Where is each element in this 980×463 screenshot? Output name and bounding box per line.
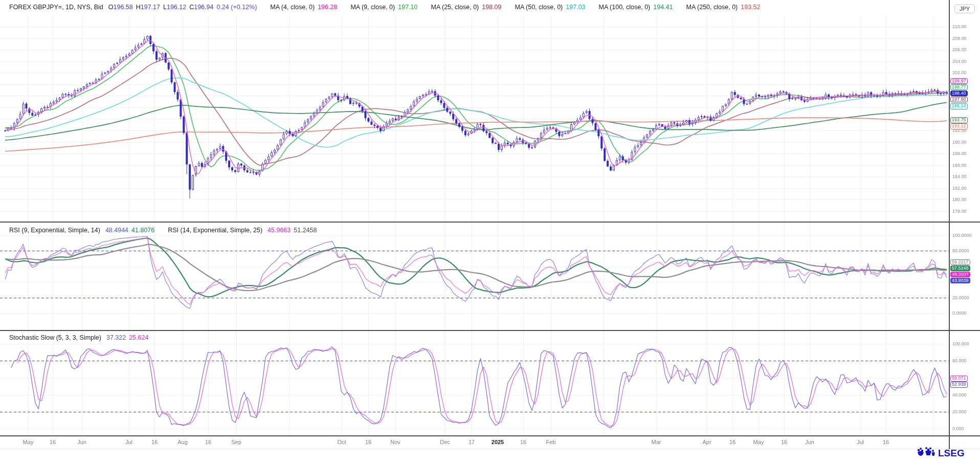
price-tick-label: 208.00 xyxy=(952,36,967,41)
bottom-border xyxy=(0,449,980,449)
rsi-tick-label: 80.0000 xyxy=(952,248,969,253)
time-axis-label: Jul xyxy=(125,439,132,445)
stoch-tick-label: 40.000 xyxy=(952,392,967,398)
stoch-k-value: 37.322 xyxy=(106,334,126,341)
stoch-tick-label: 0.000 xyxy=(952,426,964,431)
lseg-logo: LSEG xyxy=(916,446,976,461)
time-axis-label: 16 xyxy=(365,439,371,445)
ma4-legend: MA (4, close, 0)196.28 xyxy=(270,4,337,11)
pane-divider-rsi-stoch[interactable] xyxy=(0,330,980,331)
high-readout: H197.17 xyxy=(136,4,160,11)
rsi1-signal-value: 41.8076 xyxy=(131,227,154,234)
time-axis-label: Oct xyxy=(337,439,346,445)
rsi-tick-label: 100.0000 xyxy=(952,233,972,238)
rsi2-value: 45.9663 xyxy=(268,227,291,234)
stoch-tick-label: 80.000 xyxy=(952,358,967,363)
price-badge: 196.14 xyxy=(950,103,968,109)
pane-divider-price-rsi[interactable] xyxy=(0,222,980,223)
price-tick-label: 202.00 xyxy=(952,70,967,75)
price-badge: 197.90 xyxy=(950,97,968,103)
rsi-pane-legend: RSI (9, Exponential, Simple, 14) 48.4944… xyxy=(9,227,317,234)
rsi-tick-label: 0.0000 xyxy=(952,311,967,316)
price-tick-label: 206.00 xyxy=(952,47,967,52)
rsi1-label: RSI (9, Exponential, Simple, 14) xyxy=(9,227,100,234)
price-badge: 193.12 xyxy=(950,123,968,129)
ma100-legend: MA (100, close, 0)194.41 xyxy=(599,4,673,11)
price-tick-label: 210.00 xyxy=(952,24,967,29)
time-axis-label: 16 xyxy=(781,439,787,445)
rsi-badge: 43.9039 xyxy=(950,278,970,284)
price-badge: 198.77 xyxy=(950,84,968,91)
time-axis-label: 16 xyxy=(883,439,889,445)
price-tick-label: 184.00 xyxy=(952,174,967,179)
price-tick-label: 188.00 xyxy=(952,151,967,156)
price-tick-label: 190.00 xyxy=(952,140,967,145)
time-axis-label: Feb xyxy=(546,439,556,445)
price-pane-legend: FOREX GBPJPY=, 1D, NYS, Bid O196.58 H197… xyxy=(9,4,761,11)
lseg-logo-svg: LSEG xyxy=(916,446,976,459)
ma250-legend: MA (250, close, 0)193.52 xyxy=(686,4,761,11)
time-axis-label: May xyxy=(23,439,34,445)
instrument-title: FOREX GBPJPY=, 1D, NYS, Bid xyxy=(9,4,103,11)
stoch-tick-label: 100.000 xyxy=(952,341,969,346)
lseg-crest-icon xyxy=(918,447,935,456)
low-readout: L196.12 xyxy=(163,4,186,11)
time-axis-label: 16 xyxy=(729,439,736,445)
price-tick-label: 178.00 xyxy=(952,209,967,214)
time-axis-label: 2025 xyxy=(492,439,504,445)
rsi-tick-label: 20.0000 xyxy=(952,295,969,300)
price-badge: 193.75 xyxy=(950,117,968,123)
ma9-legend: MA (9, close, 0)197.10 xyxy=(350,4,417,11)
price-badge: 198.97 xyxy=(950,78,968,84)
price-axis-separator xyxy=(949,0,950,449)
lseg-logo-text: LSEG xyxy=(938,448,965,458)
time-axis-label: May xyxy=(753,439,764,445)
stoch-pane-legend: Stochastic Slow (5, 3, 3, Simple) 37.322… xyxy=(9,334,148,341)
time-axis-label: 16 xyxy=(151,439,158,445)
time-axis-label: 16 xyxy=(520,439,526,445)
currency-axis-badge: JPY xyxy=(954,4,975,13)
rsi-badge: 57.5248 xyxy=(950,266,970,272)
stoch-tick-label: 20.000 xyxy=(952,409,967,414)
time-axis-label: Jun xyxy=(805,439,814,445)
time-axis-border xyxy=(0,435,980,436)
price-badge: 198.40 xyxy=(950,91,968,97)
ma25-legend: MA (25, close, 0)198.09 xyxy=(431,4,501,11)
time-axis-label: 16 xyxy=(205,439,211,445)
price-tick-label: 182.00 xyxy=(952,186,967,191)
time-axis-label: Dec xyxy=(440,439,450,445)
stoch-label: Stochastic Slow (5, 3, 3, Simple) xyxy=(9,334,101,341)
time-axis-label: Jul xyxy=(857,439,864,445)
time-axis-label: Aug xyxy=(177,439,188,445)
stoch-badge: 52.939 xyxy=(950,382,968,388)
open-readout: O196.58 xyxy=(108,4,133,11)
change-readout: 0.24 (+0.12%) xyxy=(216,4,257,11)
time-axis-label: 17 xyxy=(469,439,475,445)
time-axis-label: Sep xyxy=(231,439,241,445)
rsi1-value: 48.4944 xyxy=(105,227,128,234)
price-tick-label: 186.00 xyxy=(952,163,967,168)
rsi2-signal-value: 51.2458 xyxy=(294,227,317,234)
price-tick-label: 180.00 xyxy=(952,197,967,202)
time-axis-label: Mar xyxy=(652,439,661,445)
rsi2-label: RSI (14, Exponential, Simple, 25) xyxy=(168,227,262,234)
time-axis-label: Apr xyxy=(702,439,711,445)
close-readout: C196.94 xyxy=(189,4,213,11)
time-axis-label: 16 xyxy=(50,439,56,445)
rsi-badge: 59.2217 xyxy=(950,259,970,266)
time-axis-label: Nov xyxy=(390,439,400,445)
time-axis-label: Jun xyxy=(77,439,86,445)
price-axis[interactable] xyxy=(950,0,980,436)
ma50-legend: MA (50, close, 0)197.03 xyxy=(515,4,586,11)
stoch-d-value: 25.624 xyxy=(129,334,148,341)
rsi-badge: 49.3507 xyxy=(950,272,970,278)
stoch-badge: 59.071 xyxy=(950,376,968,382)
price-tick-label: 204.00 xyxy=(952,59,967,64)
